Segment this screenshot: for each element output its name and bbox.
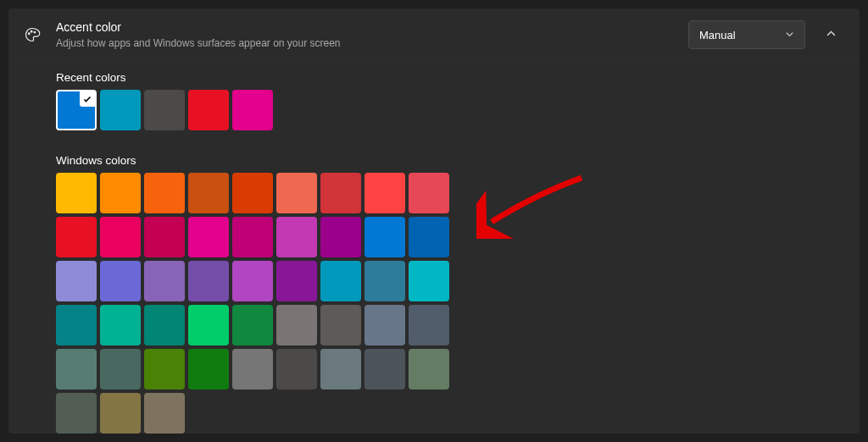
windows-color-swatch[interactable] <box>409 173 449 213</box>
panel-header: Accent color Adjust how apps and Windows… <box>8 8 860 63</box>
panel-subtitle: Adjust how apps and Windows surfaces app… <box>56 37 688 50</box>
windows-color-swatch[interactable] <box>144 217 185 257</box>
windows-color-swatch[interactable] <box>276 305 317 345</box>
windows-color-swatch[interactable] <box>188 349 229 390</box>
panel-title: Accent color <box>56 20 688 36</box>
windows-color-swatch[interactable] <box>232 173 273 213</box>
windows-color-swatch[interactable] <box>320 261 361 301</box>
windows-color-swatch[interactable] <box>188 261 229 301</box>
windows-color-swatch[interactable] <box>100 393 141 434</box>
windows-color-swatch[interactable] <box>56 173 97 213</box>
windows-color-swatch[interactable] <box>188 305 229 345</box>
recent-color-swatch[interactable] <box>100 90 141 130</box>
recent-colors-row <box>56 90 453 130</box>
windows-color-swatch[interactable] <box>409 305 449 345</box>
windows-color-swatch[interactable] <box>364 261 405 301</box>
windows-color-swatch[interactable] <box>232 349 273 390</box>
panel-body: Recent colors Windows colors <box>8 63 860 434</box>
windows-color-swatch[interactable] <box>144 305 185 345</box>
windows-color-swatch[interactable] <box>100 217 141 257</box>
collapse-button[interactable] <box>817 21 844 48</box>
svg-point-1 <box>31 31 32 33</box>
windows-color-swatch[interactable] <box>364 305 405 345</box>
windows-color-swatch[interactable] <box>56 261 97 301</box>
accent-color-panel: Accent color Adjust how apps and Windows… <box>8 8 860 434</box>
windows-color-swatch[interactable] <box>56 349 97 390</box>
windows-color-swatch[interactable] <box>276 173 317 213</box>
recent-color-swatch[interactable] <box>232 90 273 130</box>
windows-color-swatch[interactable] <box>409 217 449 257</box>
windows-color-swatch[interactable] <box>56 217 97 257</box>
windows-color-swatch[interactable] <box>144 173 185 213</box>
header-controls: Manual <box>688 20 844 49</box>
windows-color-swatch[interactable] <box>144 349 185 390</box>
chevron-down-icon <box>785 29 794 41</box>
windows-color-swatch[interactable] <box>364 173 405 213</box>
windows-color-swatch[interactable] <box>232 305 273 345</box>
windows-color-swatch[interactable] <box>276 261 317 301</box>
windows-color-swatch[interactable] <box>56 305 97 345</box>
recent-colors-label: Recent colors <box>56 71 860 84</box>
svg-point-0 <box>28 33 30 35</box>
windows-colors-label: Windows colors <box>56 154 860 167</box>
recent-color-swatch[interactable] <box>188 90 229 130</box>
windows-color-swatch[interactable] <box>56 393 97 434</box>
windows-color-swatch[interactable] <box>232 261 273 301</box>
chevron-up-icon <box>826 27 837 42</box>
windows-color-swatch[interactable] <box>364 217 405 257</box>
windows-color-swatch[interactable] <box>188 173 229 213</box>
windows-color-swatch[interactable] <box>320 349 361 390</box>
recent-color-swatch[interactable] <box>56 90 97 130</box>
windows-color-swatch[interactable] <box>320 173 361 213</box>
palette-icon <box>24 26 41 43</box>
header-text: Accent color Adjust how apps and Windows… <box>56 20 688 50</box>
windows-color-swatch[interactable] <box>144 393 185 434</box>
windows-color-swatch[interactable] <box>100 349 141 390</box>
windows-color-swatch[interactable] <box>320 217 361 257</box>
windows-color-swatch[interactable] <box>100 305 141 345</box>
windows-color-swatch[interactable] <box>364 349 405 390</box>
annotation-arrow <box>476 171 587 242</box>
svg-point-2 <box>34 32 36 34</box>
recent-color-swatch[interactable] <box>144 90 185 130</box>
checkmark-icon <box>80 91 95 107</box>
dropdown-value: Manual <box>699 29 736 41</box>
windows-color-swatch[interactable] <box>100 261 141 301</box>
windows-color-swatch[interactable] <box>320 305 361 345</box>
windows-color-swatch[interactable] <box>409 349 449 390</box>
windows-color-swatch[interactable] <box>276 349 317 390</box>
windows-color-swatch[interactable] <box>409 261 449 301</box>
windows-colors-grid <box>56 173 453 434</box>
windows-color-swatch[interactable] <box>232 217 273 257</box>
windows-color-swatch[interactable] <box>276 217 317 257</box>
accent-mode-dropdown[interactable]: Manual <box>688 20 805 49</box>
windows-color-swatch[interactable] <box>100 173 141 213</box>
windows-color-swatch[interactable] <box>188 217 229 257</box>
windows-color-swatch[interactable] <box>144 261 185 301</box>
